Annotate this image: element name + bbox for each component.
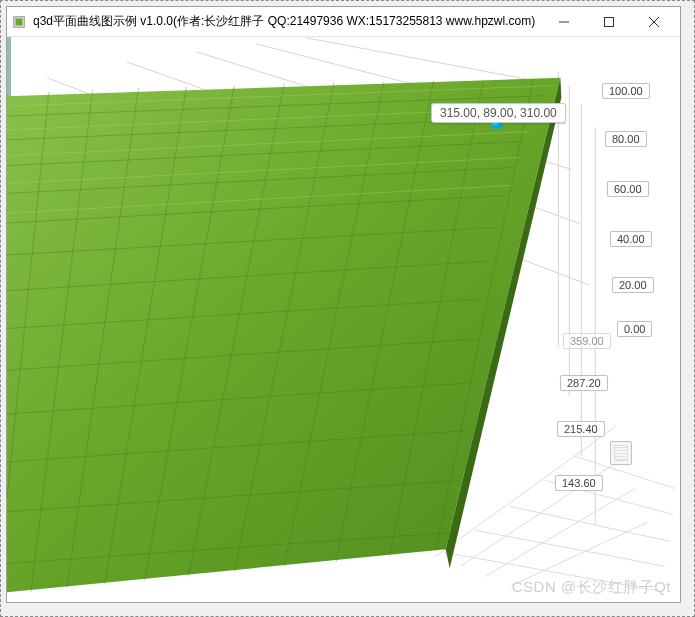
svg-rect-1 bbox=[16, 18, 23, 25]
surface-3d-plot[interactable]: 315.00, 89.00, 310.00 100.00 80.00 60.00… bbox=[7, 37, 680, 602]
depth-tick-3: 143.60 bbox=[555, 475, 603, 491]
point-tooltip: 315.00, 89.00, 310.00 bbox=[431, 103, 566, 123]
minimize-button[interactable] bbox=[541, 8, 586, 36]
window-title: q3d平面曲线图示例 v1.0.0(作者:长沙红胖子 QQ:21497936 W… bbox=[33, 13, 541, 30]
plot-client-area: 315.00, 89.00, 310.00 100.00 80.00 60.00… bbox=[7, 37, 680, 602]
watermark-text: CSDN @长沙红胖子Qt bbox=[512, 578, 671, 597]
svg-line-20 bbox=[476, 530, 665, 566]
close-button[interactable] bbox=[631, 8, 676, 36]
z-tick-2: 60.00 bbox=[607, 181, 649, 197]
svg-line-21 bbox=[511, 506, 671, 541]
depth-tick-1: 287.20 bbox=[560, 375, 608, 391]
titlebar[interactable]: q3d平面曲线图示例 v1.0.0(作者:长沙红胖子 QQ:21497936 W… bbox=[7, 7, 680, 37]
depth-tick-2: 215.40 bbox=[557, 421, 605, 437]
z-tick-1: 80.00 bbox=[605, 131, 647, 147]
svg-line-16 bbox=[461, 457, 626, 567]
svg-line-10 bbox=[306, 38, 561, 86]
depth-tick-0: 359.00 bbox=[563, 333, 611, 349]
app-window: q3d平面曲线图示例 v1.0.0(作者:长沙红胖子 QQ:21497936 W… bbox=[6, 6, 681, 603]
view-mode-icon[interactable] bbox=[610, 441, 632, 465]
surface-svg bbox=[7, 37, 680, 602]
z-tick-3: 40.00 bbox=[610, 231, 652, 247]
z-tick-5: 0.00 bbox=[617, 321, 652, 337]
svg-rect-3 bbox=[604, 17, 613, 26]
window-controls bbox=[541, 8, 676, 36]
app-icon bbox=[11, 14, 27, 30]
z-tick-0: 100.00 bbox=[602, 83, 650, 99]
z-tick-4: 20.00 bbox=[612, 277, 654, 293]
maximize-button[interactable] bbox=[586, 8, 631, 36]
surface-polygon bbox=[7, 78, 560, 596]
